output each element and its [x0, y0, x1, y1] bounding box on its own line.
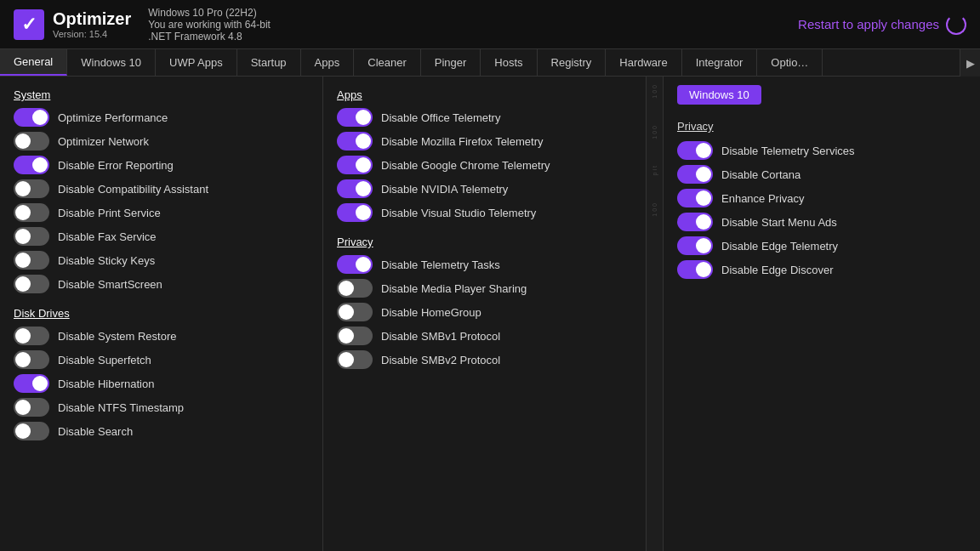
toggle-switch[interactable] — [677, 236, 713, 255]
toggle-row: Disable Compatibility Assistant — [14, 179, 309, 198]
toggle-switch[interactable] — [677, 213, 713, 231]
toggle-switch[interactable] — [14, 398, 49, 417]
tab-integrator[interactable]: Integrator — [682, 49, 758, 76]
system-section-title[interactable]: System — [14, 88, 309, 101]
sys-line2: You are working with 64-bit — [148, 19, 271, 31]
toggle-row: Enhance Privacy — [677, 189, 966, 207]
toggle-label: Disable Visual Studio Telemetry — [381, 207, 536, 219]
toggle-label: Disable SMBv1 Protocol — [381, 330, 500, 343]
tab-scroll-right[interactable]: ▶ — [960, 49, 980, 77]
app-version: Version: 15.4 — [53, 29, 131, 39]
toggle-label: Disable Media Player Sharing — [381, 282, 527, 295]
toggle-label: Disable Telemetry Tasks — [381, 258, 500, 271]
toggle-row: Disable SMBv1 Protocol — [337, 327, 632, 345]
toggle-switch[interactable] — [14, 108, 49, 127]
toggle-label: Disable Cortana — [721, 168, 801, 181]
toggle-row: Disable NVIDIA Telemetry — [337, 179, 632, 198]
toggle-label: Disable Mozilla Firefox Telemetry — [381, 135, 544, 148]
toggle-row: Disable Error Reporting — [14, 156, 309, 174]
tab-apps[interactable]: Apps — [301, 49, 355, 76]
toggle-label: Disable Search — [58, 425, 133, 438]
system-toggle-list: Optimize PerformanceOptimizer NetworkDis… — [14, 108, 309, 293]
toggle-switch[interactable] — [337, 132, 373, 151]
app-title: Optimizer — [53, 9, 131, 29]
toggle-switch[interactable] — [14, 251, 49, 270]
toggle-switch[interactable] — [14, 132, 49, 151]
header: Optimizer Version: 15.4 Windows 10 Pro (… — [0, 0, 980, 49]
toggle-row: Disable Media Player Sharing — [337, 279, 632, 298]
toggle-row: Disable Hibernation — [14, 374, 309, 393]
toggle-switch[interactable] — [337, 279, 373, 298]
tab-hardware[interactable]: Hardware — [606, 49, 681, 76]
toggle-label: Disable Fax Service — [58, 230, 157, 243]
restart-icon — [946, 14, 966, 35]
apps-section-title[interactable]: Apps — [337, 88, 632, 101]
middle-panel: Apps Disable Office TelemetryDisable Moz… — [323, 77, 647, 551]
toggle-switch[interactable] — [677, 141, 713, 160]
right-privacy-toggle-list: Disable Telemetry ServicesDisable Cortan… — [677, 141, 966, 279]
tab-windows10[interactable]: Windows 10 — [67, 49, 156, 76]
toggle-label: Disable Print Service — [58, 207, 161, 219]
toggle-row: Disable Sticky Keys — [14, 251, 309, 270]
toggle-switch[interactable] — [337, 255, 373, 274]
toggle-row: Disable Print Service — [14, 203, 309, 222]
toggle-switch[interactable] — [337, 108, 373, 127]
toggle-switch[interactable] — [14, 374, 49, 393]
toggle-row: Disable System Restore — [14, 327, 309, 345]
tab-uwp[interactable]: UWP Apps — [156, 49, 237, 76]
toggle-switch[interactable] — [14, 275, 49, 293]
toggle-label: Disable HomeGroup — [381, 306, 481, 319]
toggle-row: Disable Edge Telemetry — [677, 236, 966, 255]
tab-cleaner[interactable]: Cleaner — [354, 49, 421, 76]
toggle-switch[interactable] — [14, 179, 49, 198]
tab-pinger[interactable]: Pinger — [421, 49, 481, 76]
toggle-switch[interactable] — [14, 227, 49, 246]
toggle-label: Disable Telemetry Services — [721, 145, 855, 157]
toggle-switch[interactable] — [14, 156, 49, 174]
toggle-row: Disable Office Telemetry — [337, 108, 632, 127]
toggle-switch[interactable] — [14, 327, 49, 345]
nav-tabs: General Windows 10 UWP Apps Startup Apps… — [0, 49, 980, 77]
toggle-switch[interactable] — [337, 179, 373, 198]
toggle-row: Disable HomeGroup — [337, 303, 632, 321]
toggle-switch[interactable] — [677, 165, 713, 184]
toggle-switch[interactable] — [337, 327, 373, 345]
scroll-ruler: 100 100 pit 100 — [647, 77, 664, 551]
toggle-label: Disable Edge Telemetry — [721, 240, 838, 253]
toggle-row: Disable Telemetry Services — [677, 141, 966, 160]
sys-line3: .NET Framework 4.8 — [148, 31, 271, 43]
toggle-label: Disable Superfetch — [58, 354, 151, 366]
restart-label: Restart to apply changes — [798, 17, 939, 31]
toggle-label: Optimizer Network — [58, 135, 149, 148]
toggle-switch[interactable] — [677, 189, 713, 207]
toggle-label: Disable System Restore — [58, 330, 176, 343]
toggle-switch[interactable] — [337, 350, 373, 369]
disk-section-title[interactable]: Disk Drives — [14, 307, 309, 320]
toggle-row: Disable Superfetch — [14, 350, 309, 369]
toggle-label: Disable NVIDIA Telemetry — [381, 183, 508, 196]
toggle-switch[interactable] — [337, 203, 373, 222]
restart-button[interactable]: Restart to apply changes — [798, 14, 966, 35]
sys-info: Windows 10 Pro (22H2) You are working wi… — [148, 7, 271, 43]
toggle-row: Disable Visual Studio Telemetry — [337, 203, 632, 222]
tab-options[interactable]: Optio… — [757, 49, 823, 76]
apps-toggle-list: Disable Office TelemetryDisable Mozilla … — [337, 108, 632, 222]
toggle-label: Disable Office Telemetry — [381, 111, 500, 124]
toggle-switch[interactable] — [14, 203, 49, 222]
toggle-row: Disable SmartScreen — [14, 275, 309, 293]
toggle-label: Disable Sticky Keys — [58, 254, 155, 267]
toggle-switch[interactable] — [337, 156, 373, 174]
tab-hosts[interactable]: Hosts — [481, 49, 537, 76]
tab-general[interactable]: General — [0, 49, 67, 76]
toggle-row: Disable Google Chrome Telemetry — [337, 156, 632, 174]
toggle-label: Optimize Performance — [58, 111, 168, 124]
tab-registry[interactable]: Registry — [538, 49, 607, 76]
toggle-switch[interactable] — [677, 260, 713, 279]
toggle-switch[interactable] — [337, 303, 373, 321]
toggle-switch[interactable] — [14, 350, 49, 369]
left-panel: System Optimize PerformanceOptimizer Net… — [0, 77, 323, 551]
privacy-section-title[interactable]: Privacy — [337, 236, 632, 248]
toggle-switch[interactable] — [14, 422, 49, 440]
tab-startup[interactable]: Startup — [237, 49, 301, 76]
toggle-label: Disable Edge Discover — [721, 264, 834, 276]
